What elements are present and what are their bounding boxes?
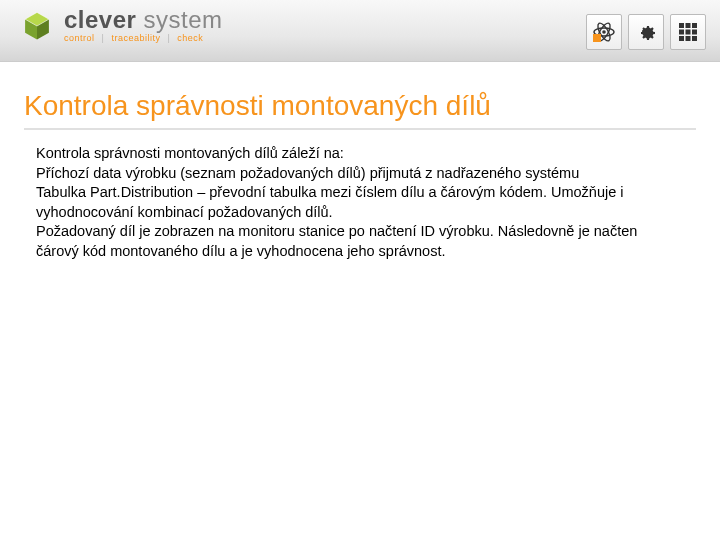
tag-trace: traceability (111, 33, 160, 43)
header-bar: clever system control | traceability | c… (0, 0, 720, 62)
page-title: Kontrola správnosti montovaných dílů (24, 90, 696, 130)
para-4: Požadovaný díl je zobrazen na monitoru s… (36, 222, 664, 261)
para-2: Příchozí data výrobku (seznam požadovaný… (36, 164, 664, 184)
tag-check: check (177, 33, 203, 43)
header-icons (586, 14, 706, 50)
gear-button[interactable] (628, 14, 664, 50)
atom-icon (592, 20, 616, 44)
svg-rect-16 (686, 36, 691, 41)
grid-icon (676, 20, 700, 44)
logo-brand-light: system (136, 6, 222, 33)
para-1: Kontrola správnosti montovaných dílů zál… (36, 144, 664, 164)
svg-rect-12 (679, 30, 684, 35)
content: Kontrola správnosti montovaných dílů Kon… (0, 62, 720, 261)
tag-sep-2: | (167, 33, 170, 43)
svg-rect-17 (692, 36, 697, 41)
tag-control: control (64, 33, 95, 43)
svg-rect-14 (692, 30, 697, 35)
svg-point-7 (602, 30, 606, 34)
grid-button[interactable] (670, 14, 706, 50)
svg-rect-15 (679, 36, 684, 41)
logo-brand: clever system (64, 8, 223, 32)
svg-rect-10 (686, 23, 691, 28)
logo-cube-icon (20, 9, 54, 43)
gear-icon (634, 20, 658, 44)
para-3: Tabulka Part.Distribution – převodní tab… (36, 183, 664, 222)
logo-tagline: control | traceability | check (64, 34, 223, 43)
svg-rect-9 (679, 23, 684, 28)
logo-brand-bold: clever (64, 6, 136, 33)
logo: clever system control | traceability | c… (20, 8, 223, 43)
tag-sep-1: | (102, 33, 105, 43)
logo-text: clever system control | traceability | c… (64, 8, 223, 43)
body-text: Kontrola správnosti montovaných dílů zál… (24, 144, 664, 261)
atom-button[interactable] (586, 14, 622, 50)
svg-rect-13 (686, 30, 691, 35)
svg-rect-11 (692, 23, 697, 28)
svg-rect-8 (593, 34, 601, 42)
